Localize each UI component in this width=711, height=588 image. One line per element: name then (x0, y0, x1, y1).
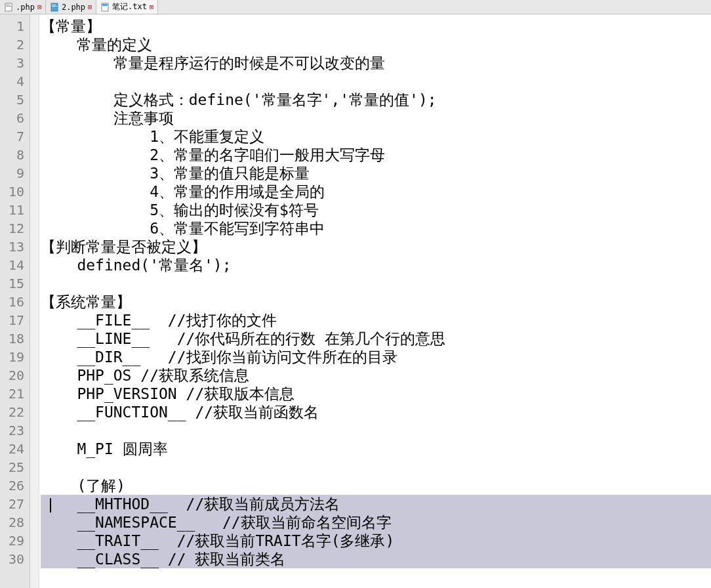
close-icon[interactable]: ⊠ (150, 3, 153, 10)
line-number: 19 (0, 348, 24, 366)
line-number: 18 (0, 329, 24, 348)
code-line[interactable]: __FUNCTION__ //获取当前函数名 (41, 403, 711, 421)
line-number: 4 (0, 72, 24, 91)
tab-php-2[interactable]: 2.php ⊠ (46, 0, 96, 14)
file-icon (50, 3, 59, 12)
code-line[interactable]: 3、常量的值只能是标量 (41, 164, 711, 182)
line-number: 12 (0, 219, 24, 238)
line-number: 9 (0, 164, 24, 182)
line-number: 17 (0, 311, 24, 329)
line-number: 8 (0, 146, 24, 164)
code-line[interactable]: (了解) (41, 476, 711, 495)
code-line[interactable]: 常量是程序运行的时候是不可以改变的量 (41, 54, 711, 72)
code-line[interactable]: 【判断常量是否被定义】 (41, 238, 711, 256)
code-line[interactable]: PHP_OS //获取系统信息 (41, 366, 711, 385)
close-icon[interactable]: ⊠ (88, 3, 92, 10)
file-icon (4, 3, 13, 12)
line-number: 20 (0, 366, 24, 385)
code-line[interactable]: 5、输出的时候没有$符号 (41, 201, 711, 219)
tab-label: .php (16, 3, 35, 12)
line-number: 25 (0, 458, 24, 476)
file-icon (100, 3, 110, 12)
code-line[interactable]: 6、常量不能写到字符串中 (41, 219, 711, 238)
code-line[interactable]: __FILE__ //找打你的文件 (41, 311, 711, 329)
line-number: 11 (0, 201, 24, 219)
line-number: 10 (0, 182, 24, 201)
code-line[interactable]: __NAMESPACE__ //获取当前命名空间名字 (41, 513, 711, 532)
line-number: 5 (0, 91, 24, 109)
tab-bar: .php ⊠ 2.php ⊠ 笔记.txt ⊠ (0, 0, 711, 14)
line-number: 22 (0, 403, 24, 421)
code-line[interactable] (41, 72, 711, 91)
code-line[interactable] (41, 458, 711, 476)
code-line[interactable]: 注意事项 (41, 109, 711, 127)
line-number: 23 (0, 421, 24, 440)
code-line[interactable]: M_PI 圆周率 (41, 440, 711, 458)
code-line[interactable]: 1、不能重复定义 (41, 127, 711, 146)
line-number: 1 (0, 17, 24, 35)
line-number: 28 (0, 513, 24, 532)
line-number: 14 (0, 256, 24, 274)
svg-rect-1 (6, 5, 10, 5)
svg-rect-7 (102, 4, 108, 6)
line-number: 6 (0, 109, 24, 127)
code-line[interactable]: defined('常量名'); (41, 256, 711, 274)
svg-rect-5 (52, 6, 57, 7)
editor: 1234567891011121314151617181920212223242… (0, 14, 711, 588)
line-number: 3 (0, 54, 24, 72)
line-number: 27 (0, 495, 24, 513)
code-line[interactable]: PHP_VERSION //获取版本信息 (41, 385, 711, 403)
code-line[interactable]: 常量的定义 (41, 35, 711, 54)
line-number: 13 (0, 238, 24, 256)
code-line[interactable] (41, 274, 711, 293)
line-number: 16 (0, 293, 24, 311)
code-line[interactable] (41, 421, 711, 440)
line-number: 7 (0, 127, 24, 146)
tab-php-1[interactable]: .php ⊠ (0, 0, 46, 14)
code-area[interactable]: 【常量】 常量的定义 常量是程序运行的时候是不可以改变的量 定义格式：defin… (39, 14, 711, 588)
code-line[interactable]: 定义格式：define('常量名字','常量的值'); (41, 91, 711, 109)
svg-rect-0 (5, 3, 12, 11)
code-line[interactable]: __LINE__ //你代码所在的行数 在第几个行的意思 (41, 329, 711, 348)
code-line[interactable]: 【系统常量】 (41, 293, 711, 311)
code-line[interactable]: 2、常量的名字咱们一般用大写字母 (41, 146, 711, 164)
text-cursor (50, 498, 51, 513)
code-line[interactable]: 4、常量的作用域是全局的 (41, 182, 711, 201)
svg-rect-4 (52, 5, 56, 5)
line-number: 24 (0, 440, 24, 458)
line-number: 15 (0, 274, 24, 293)
close-icon[interactable]: ⊠ (37, 3, 41, 10)
line-number-gutter: 1234567891011121314151617181920212223242… (0, 14, 30, 588)
fold-margin (30, 14, 39, 588)
code-line[interactable]: __DIR__ //找到你当前访问文件所在的目录 (41, 348, 711, 366)
svg-rect-2 (6, 6, 11, 7)
code-line[interactable]: 【常量】 (41, 17, 711, 35)
line-number: 21 (0, 385, 24, 403)
code-line[interactable]: __MHTHOD__ //获取当前成员方法名 (41, 495, 711, 513)
tab-label: 2.php (62, 3, 85, 12)
tab-label: 笔记.txt (112, 1, 147, 12)
tab-notes-txt[interactable]: 笔记.txt ⊠ (96, 0, 158, 14)
code-line[interactable]: __TRAIT__ //获取当前TRAIT名字(多继承) (41, 532, 711, 550)
line-number: 2 (0, 35, 24, 54)
line-number: 30 (0, 550, 24, 568)
svg-rect-3 (51, 3, 58, 11)
line-number: 26 (0, 476, 24, 495)
line-number: 29 (0, 532, 24, 550)
code-line[interactable]: __CLASS__ // 获取当前类名 (41, 550, 711, 568)
